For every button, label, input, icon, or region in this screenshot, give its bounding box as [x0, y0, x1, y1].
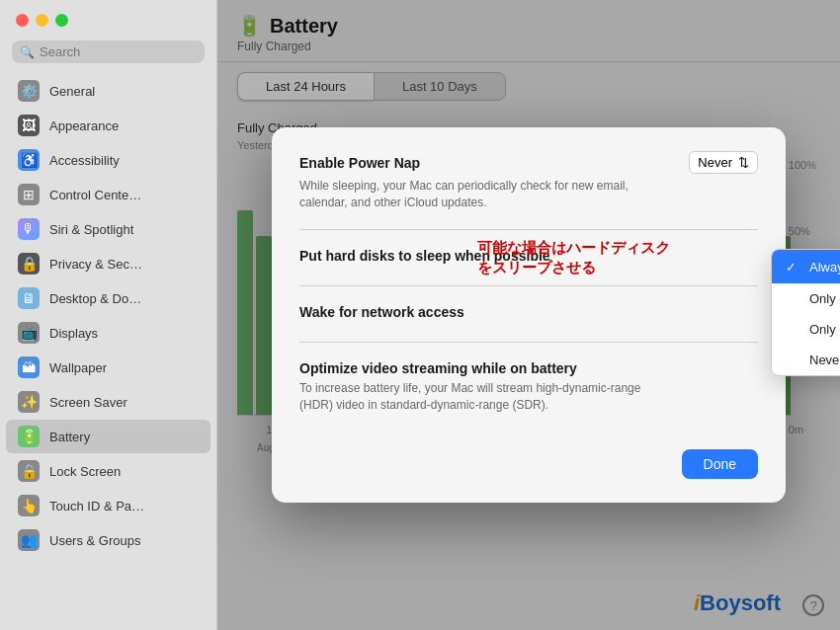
dropdown-item-adapter[interactable]: Only on Power Adapter [772, 314, 840, 345]
sidebar-item-accessibility[interactable]: ♿ Accessibility [6, 143, 210, 177]
main-content: 🔋 Battery Fully Charged Last 24 Hours La… [217, 0, 840, 630]
settings-modal: Enable Power Nap Never ⇅ While sleeping,… [272, 127, 786, 502]
wake-network-section: Wake for network access [299, 304, 758, 343]
sidebar-item-wallpaper[interactable]: 🏔 Wallpaper [6, 351, 210, 384]
sidebar-item-general[interactable]: ⚙️ General [6, 74, 210, 108]
video-desc: To increase battery life, your Mac will … [299, 380, 675, 414]
sidebar-item-appearance[interactable]: 🖼 Appearance [6, 109, 210, 142]
sidebar-label-displays: Displays [49, 326, 98, 341]
sidebar-label-lockscreen: Lock Screen [49, 464, 121, 479]
sidebar-label-privacy: Privacy & Sec… [49, 257, 142, 272]
sidebar-label-accessibility: Accessibility [49, 153, 120, 168]
wake-network-label: Wake for network access [299, 304, 464, 320]
sidebar-item-desktop[interactable]: 🖥 Desktop & Do… [6, 281, 210, 315]
check-icon: ✓ [786, 260, 801, 275]
sidebar-item-control[interactable]: ⊞ Control Cente… [6, 178, 210, 211]
sidebar-item-users[interactable]: 👥 Users & Groups [6, 523, 210, 557]
power-nap-label: Enable Power Nap [299, 155, 420, 171]
sidebar-item-screensaver[interactable]: ✨ Screen Saver [6, 385, 210, 419]
spinner-arrows-icon: ⇅ [738, 155, 749, 170]
dropdown-label: Only on Power Adapter [809, 322, 840, 337]
dropdown-label: Never [809, 353, 840, 367]
hard-disk-label: Put hard disks to sleep when possible [299, 248, 550, 264]
control-icon: ⊞ [18, 184, 40, 205]
desktop-icon: 🖥 [18, 287, 40, 309]
sidebar-label-touchid: Touch ID & Pa… [49, 499, 144, 513]
done-button[interactable]: Done [682, 449, 758, 479]
power-nap-row: Enable Power Nap Never ⇅ [299, 151, 758, 174]
lockscreen-icon: 🔒 [18, 460, 40, 482]
power-nap-spinner[interactable]: Never ⇅ [689, 151, 758, 174]
sidebar-label-siri: Siri & Spotlight [49, 222, 133, 237]
dropdown-label: Always [809, 260, 840, 275]
traffic-lights [0, 0, 216, 37]
wallpaper-icon: 🏔 [18, 356, 40, 378]
screensaver-icon: ✨ [18, 391, 40, 413]
sidebar-item-privacy[interactable]: 🔒 Privacy & Sec… [6, 247, 210, 280]
close-button[interactable] [16, 14, 29, 27]
accessibility-icon: ♿ [18, 149, 40, 171]
wake-network-row: Wake for network access [299, 304, 758, 320]
sidebar-label-desktop: Desktop & Do… [49, 291, 141, 306]
dropdown-item-always[interactable]: ✓ Always 常に [772, 250, 840, 283]
minimize-button[interactable] [36, 14, 48, 27]
video-section: Optimize video streaming while on batter… [299, 360, 758, 432]
appearance-icon: 🖼 [18, 115, 40, 136]
dropdown-item-battery[interactable]: Only on Battery [772, 283, 840, 314]
done-button-container: Done [299, 449, 758, 479]
sidebar: 🔍 ⚙️ General 🖼 Appearance ♿ Accessibilit… [0, 0, 217, 630]
sidebar-label-wallpaper: Wallpaper [49, 360, 107, 375]
hard-disk-section: Put hard disks to sleep when possible 可能… [299, 248, 758, 286]
hard-disk-row: Put hard disks to sleep when possible [299, 248, 758, 264]
video-row: Optimize video streaming while on batter… [299, 360, 758, 376]
sidebar-label-users: Users & Groups [49, 533, 140, 548]
sidebar-item-displays[interactable]: 📺 Displays [6, 316, 210, 350]
sidebar-item-siri[interactable]: 🎙 Siri & Spotlight [6, 212, 210, 246]
displays-icon: 📺 [18, 322, 40, 344]
sidebar-label-appearance: Appearance [49, 118, 119, 133]
modal-overlay: Enable Power Nap Never ⇅ While sleeping,… [217, 0, 840, 630]
touchid-icon: 👆 [18, 495, 40, 516]
dropdown-label: Only on Battery [809, 291, 840, 306]
power-nap-section: Enable Power Nap Never ⇅ While sleeping,… [299, 151, 758, 230]
sidebar-item-battery[interactable]: 🔋 Battery [6, 420, 210, 453]
users-icon: 👥 [18, 529, 40, 551]
video-label: Optimize video streaming while on batter… [299, 360, 577, 376]
general-icon: ⚙️ [18, 80, 40, 102]
search-bar[interactable]: 🔍 [12, 40, 205, 63]
sidebar-label-screensaver: Screen Saver [49, 395, 127, 410]
privacy-icon: 🔒 [18, 253, 40, 275]
sidebar-item-lockscreen[interactable]: 🔒 Lock Screen [6, 454, 210, 488]
battery-icon: 🔋 [18, 426, 40, 447]
sidebar-label-general: General [49, 84, 95, 99]
sidebar-label-battery: Battery [49, 430, 90, 444]
siri-icon: 🎙 [18, 218, 40, 240]
sidebar-item-touchid[interactable]: 👆 Touch ID & Pa… [6, 489, 210, 522]
dropdown-menu: ✓ Always 常に Only on Battery Only on Powe… [771, 249, 840, 376]
dropdown-item-never[interactable]: Never [772, 345, 840, 375]
maximize-button[interactable] [55, 14, 68, 27]
search-input[interactable] [40, 44, 197, 59]
power-nap-desc: While sleeping, your Mac can periodicall… [299, 178, 675, 211]
search-icon: 🔍 [20, 45, 35, 59]
sidebar-label-control: Control Cente… [49, 188, 141, 202]
